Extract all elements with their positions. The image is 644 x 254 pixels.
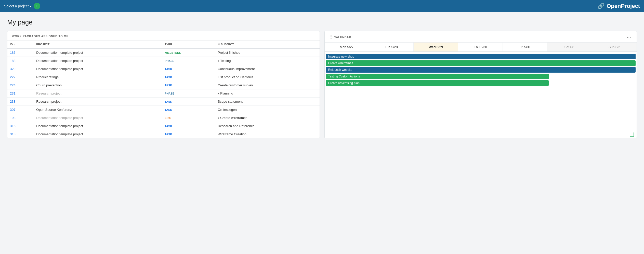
cell-project: Research project — [34, 98, 162, 106]
cal-event[interactable]: Create advertising plan — [326, 80, 549, 86]
id-link[interactable]: 188 — [10, 59, 16, 63]
cell-project: Documentation template project — [34, 130, 162, 138]
work-packages-table: ID ↑ PROJECT TYPE ↧ SUBJECT — [7, 41, 320, 138]
cal-event-row: Relaunch website — [326, 67, 636, 73]
col-id[interactable]: ID ↑ — [7, 41, 34, 48]
cell-id: 315 — [7, 122, 34, 130]
type-badge: TASK — [165, 76, 172, 79]
cell-subject: ▾Create wireframes — [215, 114, 319, 122]
id-link[interactable]: 186 — [10, 51, 16, 55]
cal-day-header[interactable]: Fri 5/31 — [503, 43, 547, 51]
cal-day-header[interactable]: Thu 5/30 — [458, 43, 503, 51]
page-title: My page — [7, 18, 637, 26]
id-link[interactable]: 318 — [10, 132, 16, 136]
drag-handle-icon: ⠿ — [329, 35, 332, 40]
cell-subject: Wireframe Creation — [215, 130, 319, 138]
type-badge: TASK — [165, 68, 172, 71]
cell-project: Documentation template project — [34, 122, 162, 130]
calendar-day-headers: Mon 5/27Tue 5/28Wed 5/29Thu 5/30Fri 5/31… — [325, 43, 637, 52]
cal-day-header[interactable]: Sun 6/2 — [592, 43, 637, 51]
cal-day-header[interactable]: Wed 5/29 — [414, 43, 458, 51]
widget-title-row: WORK PACKAGES ASSIGNED TO ME — [12, 35, 69, 38]
table-row: 186 Documentation template project MILES… — [7, 48, 320, 57]
cell-type: TASK — [162, 122, 215, 130]
cal-event[interactable]: Create wireframes — [326, 60, 636, 66]
col-project[interactable]: PROJECT — [34, 41, 162, 48]
calendar-widget: ⠿ CALENDAR ··· Mon 5/27Tue 5/28Wed 5/29T… — [324, 31, 637, 138]
id-link[interactable]: 315 — [10, 124, 16, 128]
cal-event-row: Testing Custom Actions — [326, 74, 636, 79]
table-row: 222 Product ratings TASK List product on… — [7, 73, 320, 81]
cell-type: TASK — [162, 130, 215, 138]
cell-subject: ▾Planning — [215, 89, 319, 98]
cell-type: PHASE — [162, 57, 215, 65]
add-project-button[interactable]: + — [34, 3, 40, 9]
table-row: 193 Documentation template project EPIC … — [7, 114, 320, 122]
id-link[interactable]: 238 — [10, 100, 16, 103]
table-header-row: ID ↑ PROJECT TYPE ↧ SUBJECT — [7, 41, 320, 48]
cell-id: 222 — [7, 73, 34, 81]
cell-type: TASK — [162, 98, 215, 106]
topnav-left: Select a project ▾ + — [4, 3, 40, 9]
col-type[interactable]: TYPE — [162, 41, 215, 48]
filter-icon: ↧ — [218, 43, 220, 46]
id-link[interactable]: 307 — [10, 108, 16, 112]
cell-project: Research project — [34, 89, 162, 98]
cell-subject: Research and Reference — [215, 122, 319, 130]
cell-type: TASK — [162, 106, 215, 114]
cal-day-header[interactable]: Tue 5/28 — [369, 43, 414, 51]
calendar-events-area: Integrate new shopCreate wireframesRelau… — [325, 52, 637, 88]
cell-subject: Project finished — [215, 48, 319, 57]
id-link[interactable]: 224 — [10, 83, 16, 87]
cal-event[interactable]: Testing Custom Actions — [326, 74, 549, 79]
cal-day-header[interactable]: Sat 6/1 — [547, 43, 592, 51]
id-link[interactable]: 231 — [10, 91, 16, 95]
type-badge: TASK — [165, 133, 172, 136]
project-select[interactable]: Select a project ▾ — [4, 4, 31, 8]
resize-handle[interactable] — [630, 132, 634, 137]
cell-id: 188 — [7, 57, 34, 65]
cell-subject: ▾Testing — [215, 57, 319, 65]
cell-type: TASK — [162, 65, 215, 73]
cell-id: 231 — [7, 89, 34, 98]
cal-event[interactable]: Integrate new shop — [326, 54, 636, 59]
sort-icon: ↑ — [14, 43, 15, 46]
table-row: 188 Documentation template project PHASE… — [7, 57, 320, 65]
cell-type: TASK — [162, 73, 215, 81]
cell-type: EPIC — [162, 114, 215, 122]
cell-subject: Scope statement — [215, 98, 319, 106]
table-row: 329 Documentation template project TASK … — [7, 65, 320, 73]
type-badge: TASK — [165, 84, 172, 87]
cell-id: 186 — [7, 48, 34, 57]
calendar-header: ⠿ CALENDAR ··· — [325, 31, 637, 43]
id-link[interactable]: 222 — [10, 75, 16, 79]
table-row: 315 Documentation template project TASK … — [7, 122, 320, 130]
cell-subject: Create customer survey — [215, 81, 319, 89]
cell-project: Documentation template project — [34, 65, 162, 73]
id-link[interactable]: 193 — [10, 116, 16, 120]
table-row: 307 Open Source Konferenz TASK Ort festl… — [7, 106, 320, 114]
type-badge: PHASE — [165, 59, 174, 62]
calendar-title: CALENDAR — [334, 36, 351, 39]
cell-subject: List product on Capterra — [215, 73, 319, 81]
col-subject[interactable]: ↧ SUBJECT — [215, 41, 319, 48]
cell-id: 238 — [7, 98, 34, 106]
calendar-more-button[interactable]: ··· — [626, 35, 632, 40]
id-link[interactable]: 329 — [10, 67, 16, 71]
calendar-title-row: ⠿ CALENDAR — [329, 35, 351, 40]
collapse-icon: ▾ — [218, 92, 219, 95]
cell-subject: Continuous Improvement — [215, 65, 319, 73]
logo-icon: 🔗 — [598, 3, 604, 9]
cell-id: 329 — [7, 65, 34, 73]
top-navigation: Select a project ▾ + 🔗 OpenProject — [0, 0, 644, 12]
cal-event[interactable]: Relaunch website — [326, 67, 636, 73]
cell-project: Product ratings — [34, 73, 162, 81]
work-packages-title: WORK PACKAGES ASSIGNED TO ME — [12, 35, 69, 38]
work-packages-header: WORK PACKAGES ASSIGNED TO ME — [7, 31, 320, 41]
table-row: 231 Research project PHASE ▾Planning — [7, 89, 320, 98]
collapse-icon: ▾ — [218, 59, 219, 62]
cell-project: Documentation template project — [34, 114, 162, 122]
main-grid: WORK PACKAGES ASSIGNED TO ME ID ↑ PROJEC… — [7, 31, 637, 138]
cal-event-row: Create wireframes — [326, 60, 636, 66]
cal-day-header[interactable]: Mon 5/27 — [325, 43, 369, 51]
